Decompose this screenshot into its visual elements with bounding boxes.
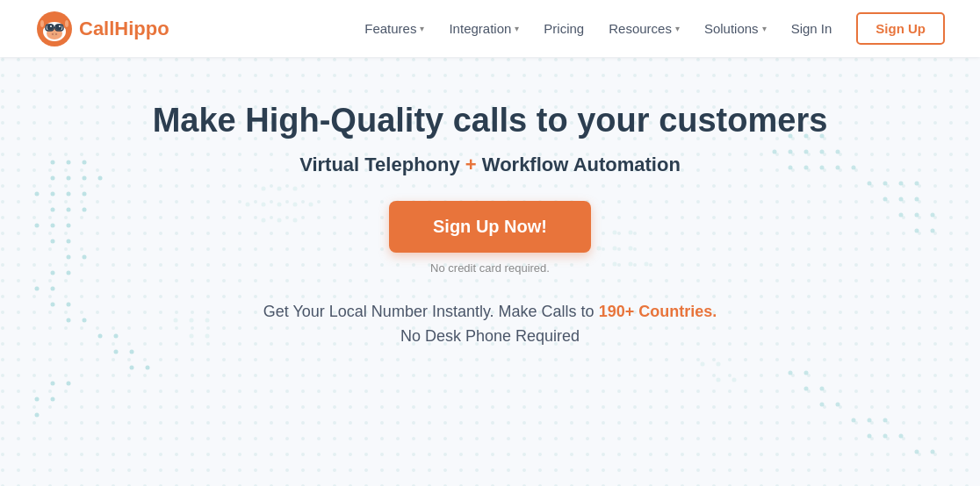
svg-point-71 xyxy=(820,403,825,407)
svg-point-40 xyxy=(51,397,55,402)
resources-chevron-icon: ▾ xyxy=(675,24,680,33)
integration-chevron-icon: ▾ xyxy=(515,24,519,33)
nav-features-link[interactable]: Features ▾ xyxy=(364,21,424,36)
nav-item-signup[interactable]: Sign Up xyxy=(856,12,945,45)
signup-now-button[interactable]: Sign Up Now! xyxy=(389,201,591,253)
hero-subtitle-plus: + xyxy=(465,154,477,175)
nav-integration-link[interactable]: Integration ▾ xyxy=(449,21,519,36)
svg-point-80 xyxy=(931,450,935,454)
svg-point-115 xyxy=(59,25,61,27)
svg-point-41 xyxy=(35,413,40,418)
nav-integration-label: Integration xyxy=(449,21,511,36)
svg-point-120 xyxy=(52,33,54,35)
nav-item-solutions[interactable]: Solutions ▾ xyxy=(704,21,767,36)
solutions-chevron-icon: ▾ xyxy=(762,24,767,33)
nav-signin-link[interactable]: Sign In xyxy=(791,21,832,36)
nav-item-features[interactable]: Features ▾ xyxy=(364,21,424,36)
svg-point-75 xyxy=(883,418,888,423)
nav-item-resources[interactable]: Resources ▾ xyxy=(609,21,680,36)
logo-icon xyxy=(35,10,74,48)
nav-signin-label: Sign In xyxy=(791,21,832,36)
svg-point-78 xyxy=(899,434,904,439)
svg-point-67 xyxy=(789,371,793,375)
svg-point-77 xyxy=(883,434,888,439)
svg-point-39 xyxy=(35,397,40,402)
hero-subtitle-part1: Virtual Telephony xyxy=(299,154,465,175)
nav-item-integration[interactable]: Integration ▾ xyxy=(449,21,519,36)
nav-solutions-link[interactable]: Solutions ▾ xyxy=(704,21,767,36)
svg-point-68 xyxy=(804,371,809,375)
features-chevron-icon: ▾ xyxy=(420,24,424,33)
svg-point-70 xyxy=(820,387,825,391)
nav-signup-button[interactable]: Sign Up xyxy=(856,12,945,45)
nav-item-signin[interactable]: Sign In xyxy=(791,21,832,36)
nav-resources-label: Resources xyxy=(609,21,672,36)
svg-point-73 xyxy=(852,418,856,423)
nav-item-pricing[interactable]: Pricing xyxy=(544,21,584,36)
hero-section: Make High-Quality calls to your customer… xyxy=(0,57,980,367)
svg-point-125 xyxy=(65,20,68,27)
svg-point-37 xyxy=(51,382,55,386)
hero-description: Get Your Local Number Instantly. Make Ca… xyxy=(263,299,717,350)
nav-solutions-label: Solutions xyxy=(704,21,759,36)
svg-point-114 xyxy=(50,25,52,27)
hero-subtitle-part2: Workflow Automation xyxy=(477,154,681,175)
svg-point-124 xyxy=(40,20,44,27)
nav-links: Features ▾ Integration ▾ Pricing Resourc… xyxy=(364,12,945,45)
hero-desc-part2: No Desk Phone Required xyxy=(400,327,580,345)
svg-point-108 xyxy=(732,378,737,382)
svg-point-72 xyxy=(836,403,840,407)
hero-desc-part1: Get Your Local Number Instantly. Make Ca… xyxy=(263,303,599,320)
logo-hippo: Hippo xyxy=(114,18,169,39)
svg-point-76 xyxy=(868,434,872,439)
logo-text: CallHippo xyxy=(79,18,169,40)
nav-signup-label: Sign Up xyxy=(876,21,926,36)
svg-point-69 xyxy=(804,387,809,391)
logo-call: Call xyxy=(79,18,114,39)
svg-point-74 xyxy=(868,418,872,423)
no-credit-card-text: No credit card required. xyxy=(430,261,550,275)
hero-title: Make High-Quality calls to your customer… xyxy=(153,101,828,141)
svg-point-121 xyxy=(55,33,57,35)
nav-resources-link[interactable]: Resources ▾ xyxy=(609,21,680,36)
hero-subtitle: Virtual Telephony + Workflow Automation xyxy=(299,154,681,176)
svg-point-79 xyxy=(915,450,919,454)
logo-link[interactable]: CallHippo xyxy=(35,10,169,48)
svg-point-38 xyxy=(67,382,71,386)
hero-desc-highlight: 190+ Countries. xyxy=(599,303,717,320)
nav-features-label: Features xyxy=(364,21,416,36)
nav-pricing-link[interactable]: Pricing xyxy=(544,21,584,36)
nav-pricing-label: Pricing xyxy=(544,21,584,36)
navbar: CallHippo Features ▾ Integration ▾ Prici… xyxy=(0,0,980,57)
svg-point-107 xyxy=(717,378,721,382)
